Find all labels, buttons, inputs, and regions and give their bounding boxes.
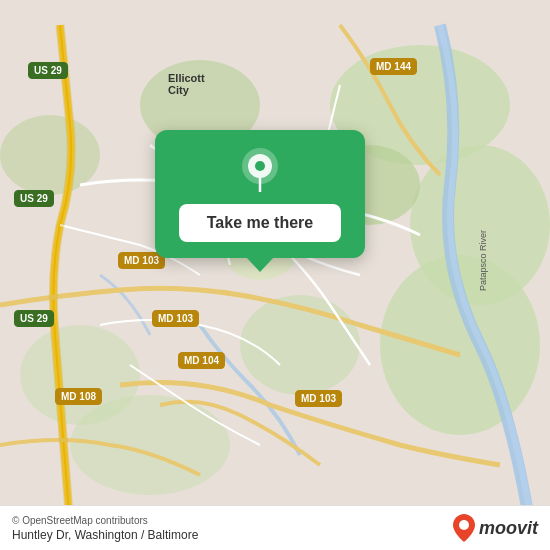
location-label: Huntley Dr, Washington / Baltimore xyxy=(12,528,198,542)
map-container: US 29 US 29 US 29 MD 103 MD 103 MD 103 M… xyxy=(0,0,550,550)
road-label-md103-mid: MD 103 xyxy=(152,310,199,327)
osm-attribution: © OpenStreetMap contributors xyxy=(12,515,198,526)
moovit-pin-icon xyxy=(453,514,475,542)
moovit-text: moovit xyxy=(479,518,538,539)
road-label-us29-top: US 29 xyxy=(28,62,68,79)
bottom-bar: © OpenStreetMap contributors Huntley Dr,… xyxy=(0,505,550,550)
moovit-logo: moovit xyxy=(453,514,538,542)
map-background xyxy=(0,0,550,550)
svg-point-14 xyxy=(459,520,469,530)
svg-point-13 xyxy=(255,161,265,171)
road-label-md108: MD 108 xyxy=(55,388,102,405)
location-pin-icon xyxy=(238,148,282,192)
road-label-us29-bot: US 29 xyxy=(14,310,54,327)
take-me-there-button[interactable]: Take me there xyxy=(179,204,341,242)
svg-point-7 xyxy=(20,325,140,425)
popup-card: Take me there xyxy=(155,130,365,258)
road-label-md104: MD 104 xyxy=(178,352,225,369)
road-label-md144: MD 144 xyxy=(370,58,417,75)
road-label-md103-right: MD 103 xyxy=(295,390,342,407)
road-label-us29-mid: US 29 xyxy=(14,190,54,207)
